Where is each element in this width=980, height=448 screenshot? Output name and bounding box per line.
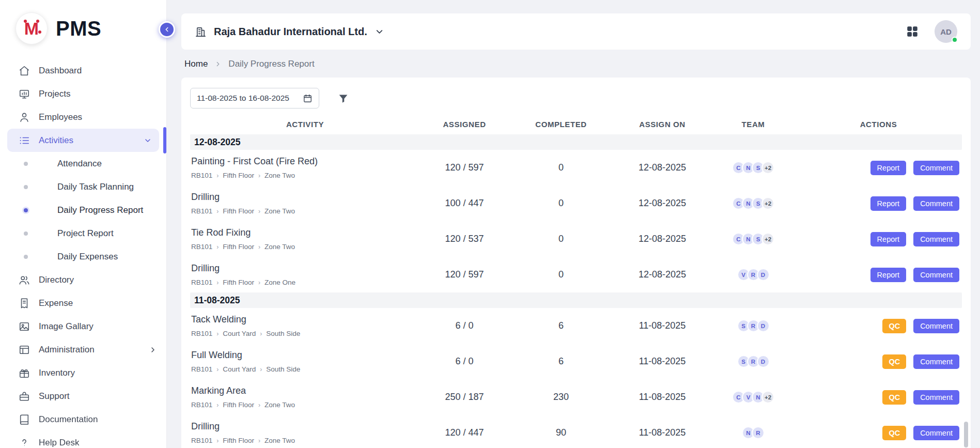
logo-dot xyxy=(38,30,41,34)
sidebar-subitem-daily-task-planning[interactable]: Daily Task Planning xyxy=(0,175,166,198)
administration-icon xyxy=(19,344,30,356)
row-actions: QCComment xyxy=(795,426,962,440)
inventory-icon xyxy=(19,367,30,379)
qc-button[interactable]: QC xyxy=(882,390,906,405)
comment-button[interactable]: Comment xyxy=(913,161,959,175)
row-actions: ReportComment xyxy=(795,232,962,246)
comment-button[interactable]: Comment xyxy=(913,232,959,246)
row-actions: QCComment xyxy=(795,390,962,405)
column-header-completed: COMPLETED xyxy=(509,120,613,129)
completed-value: 0 xyxy=(509,198,613,209)
activity-path: RB101›Fifth Floor›Zone Two xyxy=(191,401,420,409)
activity-cell: DrillingRB101›Fifth Floor›Zone Two xyxy=(190,192,420,215)
comment-button[interactable]: Comment xyxy=(913,196,959,211)
sidebar-item-help-desk[interactable]: Help Desk xyxy=(0,431,166,448)
sidebar-nav: DashboardProjectsEmployeesActivitiesAtte… xyxy=(0,59,166,448)
report-button[interactable]: Report xyxy=(870,232,907,246)
sidebar-subitem-daily-progress-report[interactable]: Daily Progress Report xyxy=(0,198,166,222)
sidebar-item-projects[interactable]: Projects xyxy=(0,82,166,105)
logo-row: M PMS xyxy=(0,0,166,59)
report-button[interactable]: Report xyxy=(870,161,907,175)
sidebar-subitem-attendance[interactable]: Attendance xyxy=(0,152,166,175)
topbar: Raja Bahadur International Ltd. AD xyxy=(181,13,971,50)
report-button[interactable]: Report xyxy=(870,268,907,282)
avatar-initials: AD xyxy=(940,27,952,36)
path-segment: RB101 xyxy=(191,365,212,373)
sidebar-item-dashboard[interactable]: Dashboard xyxy=(0,59,166,82)
sidebar-item-image-gallary[interactable]: Image Gallary xyxy=(0,315,166,338)
team-avatars: CNS+2 xyxy=(711,197,795,210)
completed-value: 0 xyxy=(509,269,613,280)
team-avatar: D xyxy=(757,268,770,281)
completed-value: 230 xyxy=(509,392,613,403)
activity-title: Marking Area xyxy=(191,385,420,396)
comment-button[interactable]: Comment xyxy=(913,426,959,440)
sidebar-item-label: Support xyxy=(39,391,70,401)
date-range-input[interactable]: 11-08-2025 to 16-08-2025 xyxy=(190,88,319,109)
sidebar-subitem-label: Project Report xyxy=(57,228,114,239)
breadcrumb-home[interactable]: Home xyxy=(184,59,208,69)
sidebar-subitem-daily-expenses[interactable]: Daily Expenses xyxy=(0,245,166,268)
team-avatars: SRD xyxy=(711,319,795,332)
team-avatars: NR xyxy=(711,426,795,439)
bullet-icon xyxy=(24,231,28,236)
row-actions: ReportComment xyxy=(795,161,962,175)
sidebar-item-employees[interactable]: Employees xyxy=(0,105,166,129)
chevron-right-icon: › xyxy=(216,173,219,179)
group-header: 11-08-2025 xyxy=(190,292,962,308)
comment-button[interactable]: Comment xyxy=(913,268,959,282)
sidebar-item-directory[interactable]: Directory xyxy=(0,268,166,291)
sidebar-item-label: Employees xyxy=(39,112,82,122)
sidebar-item-activities[interactable]: Activities xyxy=(7,129,159,152)
assign-on-value: 11-08-2025 xyxy=(613,427,711,438)
report-button[interactable]: Report xyxy=(870,196,907,211)
path-segment: RB101 xyxy=(191,172,212,179)
path-segment: Zone One xyxy=(265,279,295,286)
sidebar-item-label: Projects xyxy=(39,89,70,99)
path-segment: RB101 xyxy=(191,330,212,337)
column-header-assigned: ASSIGNED xyxy=(420,120,509,129)
activity-title: Tack Welding xyxy=(191,314,420,325)
team-avatar: R xyxy=(752,426,765,439)
qc-button[interactable]: QC xyxy=(882,426,906,440)
sidebar-subitem-label: Daily Expenses xyxy=(57,252,118,262)
team-avatar: +2 xyxy=(761,391,774,404)
qc-button[interactable]: QC xyxy=(882,354,906,369)
bullet-icon xyxy=(24,162,28,166)
filter-icon[interactable] xyxy=(338,93,349,104)
chevron-right-icon: › xyxy=(216,402,219,408)
apps-grid-icon[interactable] xyxy=(906,25,919,38)
company-selector[interactable]: Raja Bahadur International Ltd. xyxy=(195,26,384,38)
sidebar-item-inventory[interactable]: Inventory xyxy=(0,361,166,384)
path-segment: Fifth Floor xyxy=(223,243,254,251)
sidebar-collapse-button[interactable] xyxy=(159,21,175,38)
comment-button[interactable]: Comment xyxy=(913,319,959,333)
comment-button[interactable]: Comment xyxy=(913,390,959,405)
activity-path: RB101›Fifth Floor›Zone Two xyxy=(191,243,420,251)
sidebar-subitem-project-report[interactable]: Project Report xyxy=(0,222,166,245)
scrollbar-thumb[interactable] xyxy=(964,422,968,447)
team-avatars: CNS+2 xyxy=(711,161,795,174)
activity-path: RB101›Fifth Floor›Zone Two xyxy=(191,207,420,215)
comment-button[interactable]: Comment xyxy=(913,354,959,369)
topbar-right: AD xyxy=(906,20,957,43)
chevron-right-icon: › xyxy=(216,331,219,337)
team-avatars: SRD xyxy=(711,355,795,368)
expense-icon xyxy=(19,298,30,309)
app-name: PMS xyxy=(56,17,101,40)
sidebar-item-expense[interactable]: Expense xyxy=(0,291,166,315)
assigned-value: 120 / 537 xyxy=(420,234,509,244)
activities-icon xyxy=(19,135,30,146)
completed-value: 0 xyxy=(509,162,613,173)
path-segment: Fifth Floor xyxy=(223,437,254,444)
avatar[interactable]: AD xyxy=(935,20,957,43)
sidebar-item-documentation[interactable]: Documentation xyxy=(0,408,166,431)
chevron-down-icon xyxy=(375,27,384,37)
sidebar-item-support[interactable]: Support xyxy=(0,384,166,408)
app-logo[interactable]: M xyxy=(15,12,48,44)
activity-path: RB101›Fifth Floor›Zone Two xyxy=(191,172,420,179)
sidebar-item-label: Directory xyxy=(39,275,74,285)
sidebar-item-administration[interactable]: Administration xyxy=(0,338,166,361)
bullet-icon xyxy=(24,208,28,212)
qc-button[interactable]: QC xyxy=(882,319,906,333)
